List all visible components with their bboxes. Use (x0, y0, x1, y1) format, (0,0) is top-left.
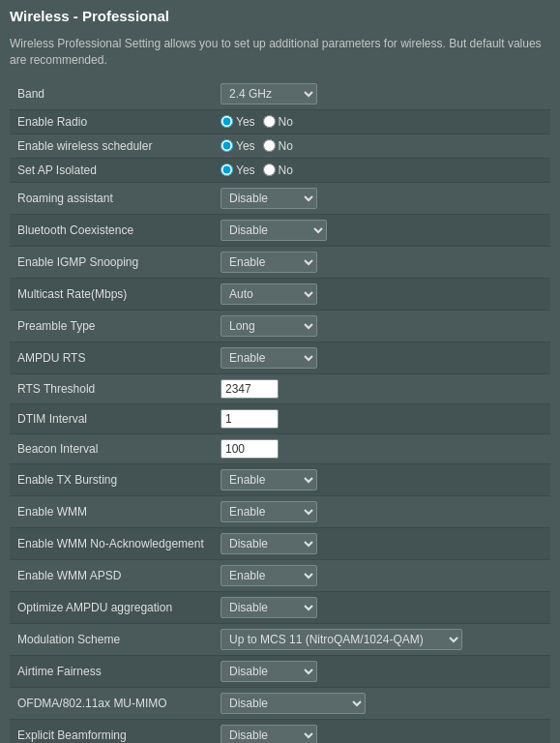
select-enable-igmp-snooping[interactable]: EnableDisable (221, 252, 317, 273)
radio-no-label[interactable]: No (263, 115, 293, 129)
select-enable-tx-bursting[interactable]: EnableDisable (221, 469, 317, 490)
select-bluetooth-coexistence[interactable]: DisableEnable (221, 220, 327, 241)
radio-yes-text: Yes (236, 115, 255, 129)
table-row: Airtime FairnessDisableEnable (10, 655, 550, 687)
select-enable-wmm[interactable]: EnableDisable (221, 501, 317, 522)
row-control[interactable]: YesNo (213, 158, 550, 182)
select-band[interactable]: 2.4 GHz5 GHz (221, 83, 317, 104)
row-control[interactable]: EnableDisable (213, 559, 550, 591)
table-row: Beacon Interval (10, 433, 550, 463)
select-multicast-rate(mbps)[interactable]: Auto125.511 (221, 283, 317, 305)
text-input-beacon-interval[interactable] (221, 439, 279, 459)
table-row: DTIM Interval (10, 403, 550, 433)
row-control[interactable] (213, 433, 550, 463)
row-label: Optimize AMPDU aggregation (10, 591, 213, 623)
table-row: Enable IGMP SnoopingEnableDisable (10, 246, 550, 278)
row-control[interactable] (213, 373, 550, 403)
select-preamble-type[interactable]: LongShort (221, 315, 317, 337)
row-control[interactable]: EnableDisable (213, 246, 550, 278)
table-row: Set AP IsolatedYesNo (10, 158, 550, 182)
row-label: OFDMA/802.11ax MU-MIMO (10, 687, 213, 719)
radio-yes-text: Yes (236, 139, 255, 153)
row-control[interactable]: LongShort (213, 310, 550, 342)
row-label: Enable wireless scheduler (10, 134, 213, 158)
row-control[interactable]: 2.4 GHz5 GHz (213, 78, 550, 110)
table-row: Preamble TypeLongShort (10, 310, 550, 342)
row-label: Enable TX Bursting (10, 463, 213, 495)
text-input-rts-threshold[interactable] (221, 379, 279, 399)
select-ofdma/802.11ax-mu-mimo[interactable]: DisableEnable (221, 693, 366, 714)
select-ampdu-rts[interactable]: EnableDisable (221, 347, 317, 369)
table-row: Enable RadioYesNo (10, 109, 550, 134)
radio-no[interactable] (263, 163, 276, 176)
row-control[interactable]: Up to MCS 11 (NitroQAM/1024-QAM)Up to MC… (213, 623, 550, 655)
table-row: Explicit BeamformingDisableEnable (10, 719, 550, 743)
row-control[interactable]: DisableEnable (213, 214, 550, 246)
radio-yes-label[interactable]: Yes (221, 139, 255, 153)
row-control[interactable]: EnableDisable (213, 463, 550, 495)
select-enable-wmm-no-acknowledgement[interactable]: DisableEnable (221, 533, 317, 554)
radio-no-label[interactable]: No (263, 163, 293, 177)
row-control[interactable]: DisableEnable (213, 527, 550, 559)
radio-yes[interactable] (221, 139, 233, 152)
row-control[interactable]: DisableEnable (213, 719, 550, 743)
row-label: Enable Radio (10, 109, 213, 134)
radio-no[interactable] (263, 139, 276, 152)
row-control[interactable]: YesNo (213, 109, 550, 134)
row-control[interactable]: EnableDisable (213, 342, 550, 373)
row-control[interactable]: DisableEnable (213, 182, 550, 214)
radio-yes-label[interactable]: Yes (221, 163, 255, 177)
radio-yes[interactable] (221, 115, 233, 128)
row-label: Band (10, 78, 213, 110)
row-label: Enable WMM (10, 495, 213, 527)
radio-no[interactable] (263, 115, 276, 128)
radio-no-text: No (279, 163, 293, 177)
table-row: Roaming assistantDisableEnable (10, 182, 550, 214)
row-label: Multicast Rate(Mbps) (10, 278, 213, 310)
select-roaming-assistant[interactable]: DisableEnable (221, 188, 317, 209)
text-input-dtim-interval[interactable] (221, 409, 279, 429)
table-row: Enable TX BurstingEnableDisable (10, 463, 550, 495)
table-row: Enable WMMEnableDisable (10, 495, 550, 527)
row-control[interactable]: DisableEnable (213, 655, 550, 687)
radio-group-yes-no: YesNo (221, 139, 543, 153)
radio-no-text: No (279, 115, 293, 129)
table-row: Optimize AMPDU aggregationDisableEnable (10, 591, 550, 623)
radio-group-yes-no: YesNo (221, 115, 543, 129)
table-row: Enable wireless schedulerYesNo (10, 134, 550, 158)
select-explicit-beamforming[interactable]: DisableEnable (221, 725, 317, 743)
description: Wireless Professional Setting allows you… (10, 36, 550, 69)
table-row: OFDMA/802.11ax MU-MIMODisableEnable (10, 687, 550, 719)
row-label: Set AP Isolated (10, 158, 213, 182)
row-control[interactable]: Auto125.511 (213, 278, 550, 310)
radio-yes-label[interactable]: Yes (221, 115, 255, 129)
radio-no-text: No (279, 139, 293, 153)
radio-yes[interactable] (221, 163, 233, 176)
row-label: AMPDU RTS (10, 342, 213, 373)
page-container: Wireless - Professional Wireless Profess… (0, 0, 560, 743)
row-label: RTS Threshold (10, 373, 213, 403)
table-row: Bluetooth CoexistenceDisableEnable (10, 214, 550, 246)
select-airtime-fairness[interactable]: DisableEnable (221, 661, 317, 682)
row-label: Enable WMM APSD (10, 559, 213, 591)
row-label: Enable WMM No-Acknowledgement (10, 527, 213, 559)
row-control[interactable] (213, 403, 550, 433)
table-row: Enable WMM APSDEnableDisable (10, 559, 550, 591)
row-control[interactable]: EnableDisable (213, 495, 550, 527)
radio-no-label[interactable]: No (263, 139, 293, 153)
select-modulation-scheme[interactable]: Up to MCS 11 (NitroQAM/1024-QAM)Up to MC… (221, 629, 462, 650)
settings-table: Band2.4 GHz5 GHzEnable RadioYesNoEnable … (10, 78, 550, 743)
radio-yes-text: Yes (236, 163, 255, 177)
row-control[interactable]: DisableEnable (213, 591, 550, 623)
row-control[interactable]: YesNo (213, 134, 550, 158)
table-row: RTS Threshold (10, 373, 550, 403)
row-label: Modulation Scheme (10, 623, 213, 655)
table-row: Band2.4 GHz5 GHz (10, 78, 550, 110)
row-control[interactable]: DisableEnable (213, 687, 550, 719)
row-label: Bluetooth Coexistence (10, 214, 213, 246)
row-label: Preamble Type (10, 310, 213, 342)
select-optimize-ampdu-aggregation[interactable]: DisableEnable (221, 597, 317, 618)
table-row: Enable WMM No-AcknowledgementDisableEnab… (10, 527, 550, 559)
row-label: Enable IGMP Snooping (10, 246, 213, 278)
select-enable-wmm-apsd[interactable]: EnableDisable (221, 565, 317, 586)
